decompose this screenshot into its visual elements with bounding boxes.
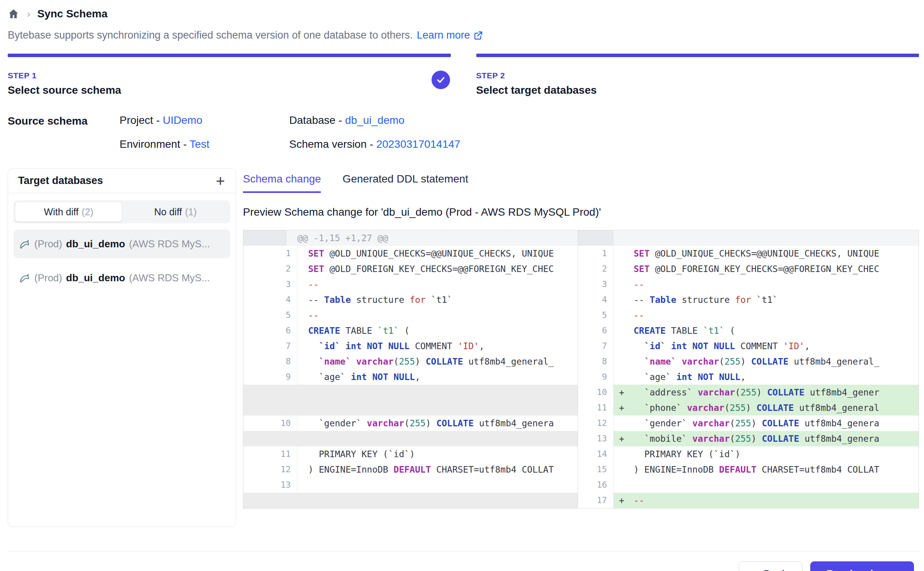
step-2-title: Select target databases (476, 84, 919, 96)
diff-sign: + (614, 431, 634, 446)
mysql-icon (19, 272, 30, 284)
source-schema-fields: Project - UIDemo Database - db_ui_demo E… (120, 114, 460, 150)
step-2-progress-bar (476, 54, 919, 57)
line-number: 7 (254, 338, 297, 354)
diff-row: 2SET @OLD_FOREIGN_KEY_CHECKS=@@FOREIGN_K… (578, 261, 919, 277)
tab-with-diff[interactable]: With diff (2) (15, 202, 122, 222)
footer-actions: ‹ Back Preview issue (8, 551, 919, 571)
chevron-right-icon: › (27, 8, 30, 20)
line-number: 9 (578, 369, 614, 385)
code-line (287, 385, 578, 400)
line-number: 4 (254, 292, 297, 307)
code-line: `phone` varchar(255) COLLATE utf8mb4_gen… (634, 400, 919, 416)
diff-row (243, 400, 578, 416)
diff-pane-source: @@ -1,15 +1,27 @@1SET @OLD_UNIQUE_CHECKS… (243, 230, 578, 508)
target-database-list: (Prod) db_ui_demo (AWS RDS MyS... (Prod)… (8, 230, 236, 292)
diff-row: 1SET @OLD_UNIQUE_CHECKS=@@UNIQUE_CHECKS,… (578, 246, 919, 261)
preview-column: Schema change Generated DDL statement Pr… (243, 168, 919, 508)
code-line: -- (297, 277, 578, 292)
line-number: 12 (254, 462, 297, 477)
diff-sign: + (614, 493, 634, 508)
code-line: -- (634, 307, 919, 323)
diff-row: 6CREATE TABLE `t1` ( (578, 323, 919, 338)
diff-sign (614, 446, 634, 462)
database-link[interactable]: db_ui_demo (345, 114, 405, 126)
tab-no-diff[interactable]: No diff (1) (122, 202, 229, 222)
line-number (578, 230, 614, 246)
diff-row: 7 `id` int NOT NULL COMMENT 'ID', (578, 338, 919, 354)
code-line: -- (297, 307, 578, 323)
diff-sign (614, 307, 634, 323)
line-number: 3 (578, 277, 614, 292)
line-number: 13 (578, 431, 614, 446)
code-line: SET @OLD_UNIQUE_CHECKS=@@UNIQUE_CHECKS, … (297, 246, 578, 261)
line-number: 1 (578, 246, 614, 261)
line-number: 1 (254, 246, 297, 261)
learn-more-link[interactable]: Learn more (417, 29, 483, 41)
tab-schema-change[interactable]: Schema change (243, 173, 321, 193)
database-list-item[interactable]: (Prod) db_ui_demo (AWS RDS MyS... (13, 264, 230, 292)
preview-issue-button[interactable]: Preview issue (810, 561, 914, 571)
diff-row (243, 431, 578, 446)
step-1-progress-bar (8, 54, 451, 57)
diff-sign: + (614, 385, 634, 400)
code-line: CREATE TABLE `t1` ( (297, 323, 578, 338)
tab-no-diff-count: (1) (185, 206, 197, 218)
line-number: 15 (578, 462, 614, 477)
project-link[interactable]: UIDemo (163, 114, 202, 126)
diff-row: 6CREATE TABLE `t1` ( (243, 323, 578, 338)
step-1-eyebrow: STEP 1 (8, 71, 451, 80)
diff-row: 12 `gender` varchar(255) COLLATE utf8mb4… (578, 416, 919, 431)
back-button[interactable]: ‹ Back (739, 561, 803, 571)
diff-sign (614, 416, 634, 431)
line-number: 10 (254, 416, 297, 431)
diff-sign (614, 323, 634, 338)
diff-sign (614, 338, 634, 354)
line-number: 11 (578, 400, 614, 416)
line-number: 11 (254, 446, 297, 462)
code-line: `name` varchar(255) COLLATE utf8mb4_gene… (634, 354, 919, 369)
schema-version-link[interactable]: 20230317014147 (376, 138, 460, 150)
home-icon[interactable] (8, 8, 20, 20)
line-number: 10 (578, 385, 614, 400)
tab-with-diff-count: (2) (82, 206, 94, 218)
line-number: 2 (578, 261, 614, 277)
schema-version-field: Schema version - 20230317014147 (289, 138, 460, 150)
line-number: 16 (578, 477, 614, 493)
line-number (243, 431, 287, 446)
line-number: 5 (578, 307, 614, 323)
diff-row: 2SET @OLD_FOREIGN_KEY_CHECKS=@@FOREIGN_K… (243, 261, 578, 277)
sync-schema-page: › Sync Schema Bytebase supports synchron… (0, 0, 924, 571)
step-1-title: Select source schema (8, 84, 451, 96)
db-name: db_ui_demo (66, 272, 125, 284)
breadcrumb: › Sync Schema (8, 5, 919, 22)
source-schema-label: Source schema (8, 114, 120, 150)
code-line: SET @OLD_UNIQUE_CHECKS=@@UNIQUE_CHECKS, … (634, 246, 919, 261)
diff-row: @@ -1,15 +1,27 @@ (243, 230, 578, 246)
code-line: PRIMARY KEY (`id`) (634, 446, 919, 462)
preview-title: Preview Schema change for 'db_ui_demo (P… (243, 206, 919, 218)
step-2-eyebrow: STEP 2 (476, 71, 919, 80)
tab-generated-ddl[interactable]: Generated DDL statement (342, 173, 468, 193)
add-database-button[interactable]: + (214, 173, 227, 189)
diff-row: 17+-- (578, 493, 919, 508)
schema-diff-viewer: @@ -1,15 +1,27 @@1SET @OLD_UNIQUE_CHECKS… (243, 230, 919, 508)
database-field: Database - db_ui_demo (289, 114, 460, 127)
environment-link[interactable]: Test (190, 138, 209, 150)
back-button-label: Back (764, 568, 787, 571)
diff-sign (614, 354, 634, 369)
environment-label: Environment - (120, 138, 190, 150)
database-list-item[interactable]: (Prod) db_ui_demo (AWS RDS MyS... (13, 230, 230, 258)
db-environment: (Prod) (34, 272, 62, 284)
preview-tabs: Schema change Generated DDL statement (243, 173, 919, 193)
diff-row: 11 PRIMARY KEY (`id`) (243, 446, 578, 462)
code-line: CREATE TABLE `t1` ( (634, 323, 919, 338)
diff-row: 16 (578, 477, 919, 493)
line-number: 3 (254, 277, 297, 292)
code-line (287, 431, 578, 446)
code-line: @@ -1,15 +1,27 @@ (287, 230, 578, 246)
code-line: `age` int NOT NULL, (634, 369, 919, 385)
line-number: 9 (254, 369, 297, 385)
step-1: STEP 1 Select source schema (8, 54, 451, 96)
diff-row: 4-- Table structure for `t1` (243, 292, 578, 307)
